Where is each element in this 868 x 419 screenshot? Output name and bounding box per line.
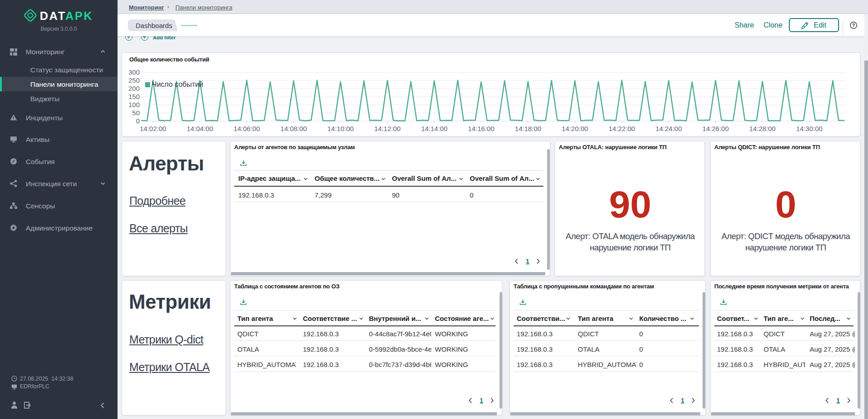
svg-text:14:08:00: 14:08:00 xyxy=(280,125,307,132)
svg-text:14:28:00: 14:28:00 xyxy=(749,125,775,132)
svg-text:Число событий: Число событий xyxy=(152,80,203,88)
svg-text:14:30:00: 14:30:00 xyxy=(796,125,822,132)
svg-text:?: ? xyxy=(852,23,855,28)
svg-text:14:04:00: 14:04:00 xyxy=(187,125,213,132)
svg-text:0: 0 xyxy=(136,117,140,125)
svg-text:14:18:00: 14:18:00 xyxy=(515,125,541,132)
svg-text:14:26:00: 14:26:00 xyxy=(703,125,729,132)
svg-text:50: 50 xyxy=(132,109,140,117)
svg-text:100: 100 xyxy=(128,101,140,108)
svg-text:200: 200 xyxy=(128,85,140,92)
svg-text:150: 150 xyxy=(128,93,140,100)
svg-text:14:16:00: 14:16:00 xyxy=(468,125,494,132)
svg-text:14:10:00: 14:10:00 xyxy=(327,125,354,132)
svg-text:14:06:00: 14:06:00 xyxy=(234,125,260,132)
svg-text:14:20:00: 14:20:00 xyxy=(562,125,588,132)
svg-text:14:02:00: 14:02:00 xyxy=(140,125,166,132)
svg-text:300: 300 xyxy=(128,68,140,76)
svg-text:14:22:00: 14:22:00 xyxy=(609,125,635,132)
svg-text:14:24:00: 14:24:00 xyxy=(656,125,682,132)
svg-text:14:14:00: 14:14:00 xyxy=(421,125,447,132)
svg-text:250: 250 xyxy=(128,76,140,84)
svg-text:14:12:00: 14:12:00 xyxy=(374,125,401,132)
